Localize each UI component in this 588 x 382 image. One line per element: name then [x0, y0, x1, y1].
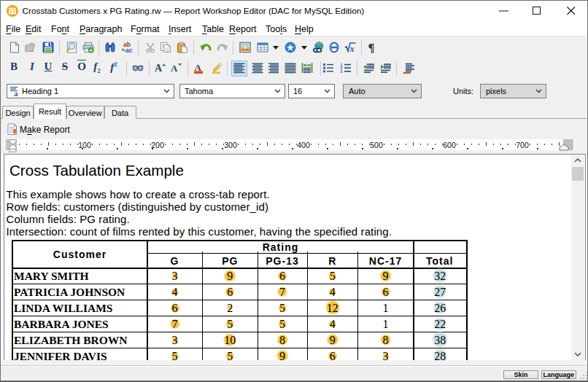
svg-text:A: A	[195, 62, 202, 73]
svg-text:A: A	[155, 63, 163, 74]
svg-text:A: A	[171, 63, 178, 74]
svg-text:a: a	[14, 88, 18, 96]
svg-text:3: 3	[341, 69, 343, 74]
svg-text:¶: ¶	[368, 42, 375, 53]
svg-text:x: x	[349, 44, 355, 54]
svg-text:ac: ac	[125, 47, 133, 53]
